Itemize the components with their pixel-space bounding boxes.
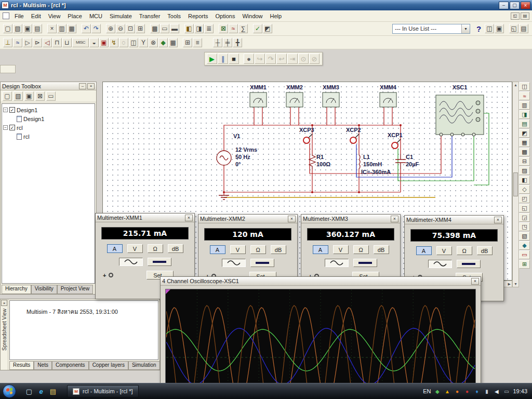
decibel-button[interactable]: dB bbox=[374, 245, 389, 254]
wire-icon[interactable]: ┼ bbox=[213, 38, 222, 47]
design-toolbox-titlebar[interactable]: Design Toolbox – × bbox=[1, 82, 96, 90]
place-rf-icon[interactable]: Y bbox=[139, 38, 148, 47]
menu-item[interactable]: File bbox=[11, 12, 28, 20]
multimeter-symbol-xmm4[interactable]: XMM4 bbox=[380, 84, 397, 107]
voltmeter-button[interactable]: V bbox=[230, 245, 246, 254]
run-icon[interactable]: ▶ bbox=[207, 54, 217, 64]
hierarchical-block-icon[interactable]: ⊞ bbox=[183, 38, 192, 47]
new-schematic-icon[interactable]: ▢ bbox=[3, 91, 12, 101]
r1-ref-label[interactable]: R1 bbox=[316, 154, 324, 160]
zoom-out-icon[interactable]: ⊖ bbox=[116, 24, 125, 33]
ammeter-button[interactable]: A bbox=[313, 245, 328, 254]
ac-mode-button[interactable] bbox=[428, 260, 452, 268]
redo-icon[interactable]: ↷ bbox=[91, 24, 101, 33]
wattmeter-icon[interactable]: ▥ bbox=[519, 101, 530, 110]
place-peripherals-icon[interactable]: ◫ bbox=[129, 38, 138, 47]
voltmeter-button[interactable]: V bbox=[127, 244, 143, 253]
copy-icon[interactable]: ▥ bbox=[57, 24, 66, 33]
menu-item[interactable]: Transfer bbox=[136, 12, 164, 20]
voltmeter-button[interactable]: V bbox=[436, 246, 452, 255]
menu-item[interactable]: Edit bbox=[28, 12, 45, 20]
database-manager-icon[interactable]: ≣ bbox=[204, 24, 214, 33]
dc-mode-button[interactable] bbox=[148, 258, 171, 266]
capacitor-c1[interactable] bbox=[395, 154, 406, 169]
place-ni-component-icon[interactable]: ◆ bbox=[158, 38, 168, 47]
ohmmeter-button[interactable]: Ω bbox=[457, 246, 472, 255]
decibel-button[interactable]: dB bbox=[271, 245, 286, 254]
tab-components[interactable]: Components bbox=[52, 361, 89, 370]
menu-item[interactable]: Simulate bbox=[106, 12, 136, 20]
rename-schematic-icon[interactable]: ▭ bbox=[46, 91, 56, 101]
undo-icon[interactable]: ↶ bbox=[82, 24, 91, 33]
scroll-right-icon[interactable]: ▶ bbox=[508, 282, 511, 286]
voltmeter-button[interactable]: V bbox=[333, 245, 349, 254]
plus-terminal[interactable] bbox=[109, 273, 113, 277]
inductor-l1[interactable] bbox=[359, 154, 360, 169]
trigger-marker-icon[interactable] bbox=[166, 289, 170, 294]
place-ttl-icon[interactable]: ⊓ bbox=[52, 38, 62, 47]
minimize-icon[interactable]: – bbox=[499, 2, 509, 9]
firefox-tray-icon[interactable]: ● bbox=[453, 388, 461, 395]
keyboard-tray-icon[interactable]: ▭ bbox=[502, 388, 510, 395]
scroll-down-icon[interactable]: ▼ bbox=[514, 282, 517, 286]
open-schematic-icon[interactable]: ▧ bbox=[14, 91, 23, 101]
toggle-grid-icon[interactable]: ▩ bbox=[150, 24, 159, 33]
chevron-down-icon[interactable]: ▼ bbox=[461, 24, 470, 33]
source-freq-label[interactable]: 50 Hz bbox=[235, 154, 250, 160]
language-indicator[interactable]: EN bbox=[423, 388, 431, 394]
close-icon[interactable]: × bbox=[288, 216, 296, 222]
place-basic-icon[interactable]: ≈ bbox=[13, 38, 22, 47]
decibel-button[interactable]: dB bbox=[168, 244, 183, 253]
tree-item-design1[interactable]: − ✓ Design1 bbox=[3, 105, 94, 114]
r1-value-label[interactable]: 100Ω bbox=[316, 161, 330, 167]
menu-item[interactable]: Reports bbox=[184, 12, 212, 20]
menu-item[interactable]: View bbox=[45, 12, 64, 20]
checkbox-checked-icon[interactable]: ✓ bbox=[9, 125, 15, 130]
ohmmeter-button[interactable]: Ω bbox=[353, 245, 369, 254]
agilent-function-generator-icon[interactable]: ◲ bbox=[519, 213, 530, 222]
c1-ref-label[interactable]: C1 bbox=[406, 154, 413, 160]
ammeter-button[interactable]: A bbox=[107, 244, 123, 253]
cut-icon[interactable]: × bbox=[47, 24, 57, 33]
window-titlebar[interactable]: 4 Channel Oscilloscope-XSC1 × bbox=[161, 277, 481, 286]
close-schematic-icon[interactable]: ⊠ bbox=[35, 91, 45, 101]
source-phase-label[interactable]: 0° bbox=[235, 161, 241, 167]
place-misc-component-icon[interactable]: ◌ bbox=[119, 38, 128, 47]
window-titlebar[interactable]: Multimeter-XMM3 × bbox=[301, 215, 400, 223]
ac-mode-button[interactable] bbox=[119, 258, 143, 266]
design-toolbox-icon[interactable]: ◧ bbox=[184, 24, 194, 33]
close-panel-icon[interactable]: × bbox=[87, 83, 95, 89]
oscilloscope-window[interactable]: 4 Channel Oscilloscope-XSC1 × bbox=[160, 276, 481, 399]
dc-mode-button[interactable] bbox=[250, 259, 274, 267]
explorer-folder-icon[interactable]: ▤ bbox=[48, 387, 58, 396]
restore-child-icon[interactable]: ◱ bbox=[511, 12, 520, 20]
resistor-r1[interactable] bbox=[309, 154, 315, 169]
place-mixed-icon[interactable]: ◒ bbox=[89, 38, 99, 47]
forward-annotate-icon[interactable]: ▣ bbox=[495, 24, 504, 33]
erc-icon[interactable]: ✓ bbox=[253, 24, 262, 33]
step-over-icon[interactable]: ↷ bbox=[265, 54, 276, 64]
update-shield-icon[interactable]: ▲ bbox=[443, 388, 451, 395]
zoom-area-icon[interactable]: ⊡ bbox=[126, 24, 135, 33]
l1-ref-label[interactable]: L1 bbox=[363, 154, 370, 160]
checkbox-checked-icon[interactable]: ✓ bbox=[9, 107, 15, 113]
multimeter-symbol-xmm1[interactable]: XMM1 bbox=[250, 84, 267, 107]
agilent-multimeter-icon[interactable]: ◳ bbox=[519, 222, 530, 231]
clock[interactable]: 19:43 bbox=[513, 388, 527, 394]
cascade-windows-icon[interactable]: ▤ bbox=[519, 24, 528, 33]
float-panel-icon[interactable]: – bbox=[79, 83, 86, 89]
menu-item[interactable]: Tools bbox=[164, 12, 184, 20]
tab-copper-layers[interactable]: Copper layers bbox=[89, 361, 128, 370]
ac-mode-button[interactable] bbox=[222, 259, 246, 267]
multimeter-instrument-icon[interactable]: ◫ bbox=[519, 82, 530, 91]
breakpoint-icon[interactable]: ⊙ bbox=[298, 54, 309, 64]
java-tray-icon[interactable]: ♦ bbox=[473, 388, 481, 395]
multimeter-symbol-xmm3[interactable]: XMM3 bbox=[323, 84, 339, 107]
window-titlebar[interactable]: Multimeter-XMM1 × bbox=[96, 214, 194, 222]
place-mcu-icon[interactable]: ▦ bbox=[168, 38, 178, 47]
dc-mode-button[interactable] bbox=[457, 260, 481, 268]
print-icon[interactable]: ▤ bbox=[33, 24, 42, 33]
distortion-analyzer-icon[interactable]: ◇ bbox=[519, 185, 530, 194]
ohmmeter-button[interactable]: Ω bbox=[148, 244, 163, 253]
step-out-icon[interactable]: ↩ bbox=[276, 54, 287, 64]
